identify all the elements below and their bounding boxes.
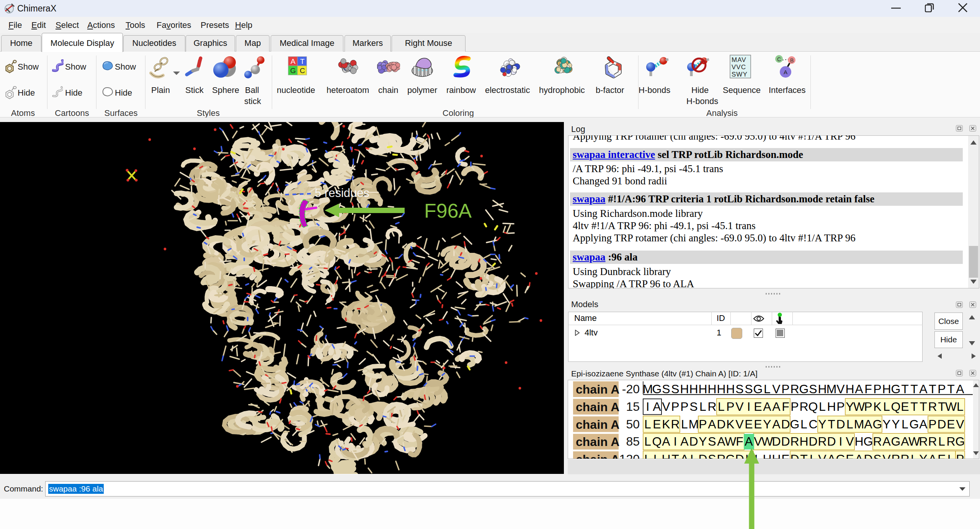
svg-text:C: C (300, 67, 305, 75)
svg-text:T: T (300, 57, 305, 65)
svg-text:G: G (290, 67, 296, 75)
svg-text:IAVPPSLRLPVIEAAFPRQLHPYWPKLQET: IAVPPSLRLPVIEAAFPRQLHPYWPKLQETTRTWL (646, 400, 964, 413)
svg-text:LQAIADYSAWFAVWDDRHDRDIVHGRAGAW: LQAIADYSAWFAVWDDRHDRDIVHGRAGAWRRLRG (644, 435, 965, 448)
svg-text:B: B (790, 57, 794, 63)
svg-text:15: 15 (626, 400, 640, 413)
svg-text:chain A: chain A (576, 435, 619, 449)
svg-text:A: A (291, 57, 296, 65)
svg-text:120: 120 (619, 452, 640, 459)
svg-text:5 residues: 5 residues (315, 186, 369, 200)
svg-text:LEKRLMPADKVEEYADGLCYTDLMAGYYLG: LEKRLMPADKVEEYADGLCYTDLMAGYYLGAPDEV (644, 417, 964, 431)
svg-text:MAV: MAV (732, 56, 746, 63)
svg-text:-20: -20 (622, 382, 640, 396)
svg-text:LLHTALDSRGDLLHHEDTLVAGEADSVRRL: LLHTALDSRGDLLHHEDTLVAGEADSVRRLYAELP (644, 452, 964, 459)
svg-text:chain A: chain A (576, 400, 619, 414)
svg-text:chain A: chain A (576, 418, 619, 431)
svg-text:C: C (777, 56, 781, 62)
svg-text:F96A: F96A (424, 200, 472, 222)
svg-text:SWY: SWY (732, 71, 748, 78)
svg-text:A: A (784, 69, 787, 75)
svg-text:VVC: VVC (732, 63, 746, 71)
svg-text:50: 50 (626, 417, 640, 431)
svg-text:chain A: chain A (576, 452, 619, 459)
svg-text:MGSSHHHHHHSSGLVPRGSHMVHAFPHGTT: MGSSHHHHHHSSGLVPRGSHMVHAFPHGTTATPTA (643, 382, 965, 396)
svg-text:85: 85 (626, 435, 640, 448)
svg-text:chain A: chain A (576, 383, 619, 396)
